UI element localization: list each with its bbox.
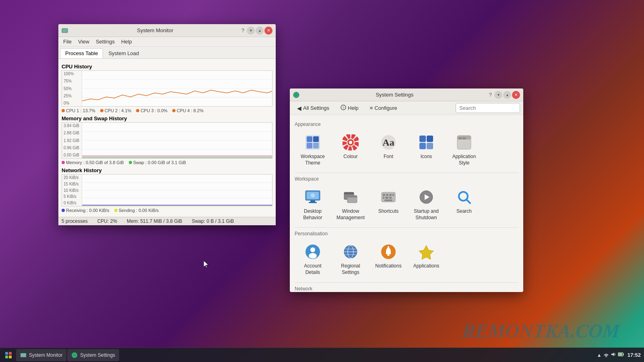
- settings-window-mgmt[interactable]: Window Management: [332, 184, 369, 224]
- tray-battery-icon: [618, 352, 624, 358]
- settings-minimize-btn[interactable]: ▾: [494, 91, 502, 99]
- network-section-title: Network: [295, 286, 518, 292]
- settings-apps[interactable]: Applications: [408, 239, 444, 279]
- sysmon-taskbar-icon: [20, 352, 27, 358]
- sysmon-maximize-btn[interactable]: ▴: [256, 27, 264, 35]
- help-toolbar-btn[interactable]: ? Help: [336, 103, 363, 113]
- sysmon-minimize-btn[interactable]: ▾: [247, 27, 255, 35]
- notif-icon: [379, 242, 398, 261]
- workspace-grid: Desktop Behavior Window Management: [295, 184, 518, 224]
- account-icon: [303, 242, 322, 261]
- svg-marker-92: [204, 261, 208, 268]
- colour-icon: [341, 133, 360, 152]
- watermark: REMONTKA.COM: [462, 320, 621, 342]
- cpu-graph: [82, 71, 272, 106]
- sysmon-taskbar-label: System Monitor: [29, 352, 62, 358]
- divider-3: [295, 282, 518, 283]
- notif-label: Notifications: [375, 263, 401, 269]
- settings-icons[interactable]: Icons: [408, 130, 444, 169]
- configure-icon: ≡: [370, 105, 373, 111]
- sysmon-app-icon: [62, 27, 68, 34]
- svg-rect-52: [389, 194, 392, 196]
- svg-point-64: [309, 253, 317, 259]
- search-label: Search: [456, 208, 472, 215]
- back-arrow-icon: ◀: [297, 105, 301, 111]
- settings-close-btn[interactable]: ✕: [512, 91, 520, 99]
- account-label: Account Details: [296, 263, 329, 276]
- settings-colour[interactable]: Colour: [332, 130, 369, 169]
- sysmon-content: CPU History 100% 75% 50% 25% 0%: [58, 59, 276, 217]
- sysmon-help-btn[interactable]: ?: [240, 27, 246, 33]
- menu-help[interactable]: Help: [118, 38, 135, 45]
- svg-rect-71: [387, 254, 390, 256]
- settings-search-input[interactable]: [456, 103, 520, 113]
- settings-workspace-theme[interactable]: Workspace Theme: [295, 130, 331, 169]
- sysmon-statusbar: 5 processes CPU: 2% Mem: 511.7 MiB / 3.8…: [58, 217, 276, 225]
- net-section-title: Network History: [62, 167, 272, 173]
- svg-point-44: [311, 193, 315, 197]
- sysmon-close-btn[interactable]: ✕: [264, 27, 272, 35]
- svg-text:?: ?: [343, 106, 345, 110]
- svg-point-18: [295, 94, 297, 96]
- settings-startup[interactable]: Startup and Shutdown: [408, 184, 444, 224]
- settings-help-btn[interactable]: ?: [487, 92, 493, 98]
- net-legend: Receiving : 0.00 KiB/s Sending : 0.00 Ki…: [62, 208, 272, 213]
- taskbar-left: System Monitor System Settings: [0, 349, 122, 361]
- start-button[interactable]: [2, 349, 14, 361]
- svg-rect-34: [427, 143, 433, 149]
- divider-2: [295, 227, 518, 228]
- divider-1: [295, 173, 518, 173]
- icons-label: Icons: [421, 154, 432, 160]
- mem-chart: 3.84 GiB 2.88 GiB 1.92 GiB 0.96 GiB 0.00…: [62, 122, 272, 158]
- personalisation-grid: Account Details Regional Settings: [295, 239, 518, 279]
- taskbar: System Monitor System Settings ▲: [0, 348, 644, 362]
- svg-rect-32: [427, 136, 433, 142]
- syssettings-taskbar-label: System Settings: [80, 352, 115, 358]
- icons-icon: [417, 133, 436, 152]
- settings-account[interactable]: Account Details: [295, 239, 331, 279]
- search-settings-icon: [454, 187, 474, 207]
- startup-label: Startup and Shutdown: [410, 208, 443, 221]
- back-btn[interactable]: ◀ All Settings: [293, 104, 333, 113]
- tab-process-table[interactable]: Process Table: [60, 48, 103, 58]
- svg-rect-80: [5, 352, 8, 355]
- settings-notif[interactable]: Notifications: [370, 239, 407, 279]
- svg-rect-56: [389, 197, 392, 199]
- svg-rect-81: [9, 352, 12, 355]
- settings-maximize-btn[interactable]: ▴: [503, 91, 511, 99]
- taskbar-app-sysmon[interactable]: System Monitor: [16, 349, 66, 361]
- desktop-label: Desktop Behavior: [296, 208, 329, 221]
- sysmon-tabs: Process Table System Load: [58, 47, 276, 59]
- taskbar-right: ▲ 17:52: [594, 352, 644, 358]
- svg-rect-33: [419, 143, 426, 149]
- settings-regional[interactable]: Regional Settings: [332, 239, 369, 279]
- settings-shortcuts[interactable]: Shortcuts: [370, 184, 407, 224]
- settings-appstyle[interactable]: Application Style: [446, 130, 482, 169]
- svg-rect-83: [9, 356, 12, 358]
- svg-rect-37: [458, 138, 462, 139]
- startup-icon: [417, 187, 436, 207]
- taskbar-app-syssettings[interactable]: System Settings: [67, 349, 119, 361]
- settings-desktop[interactable]: Desktop Behavior: [295, 184, 331, 224]
- svg-rect-24: [307, 143, 312, 148]
- configure-btn[interactable]: ≡ Configure: [366, 104, 401, 112]
- workspace-section-title: Workspace: [295, 176, 518, 182]
- sysmon-title: System Monitor: [70, 27, 240, 33]
- mem-chart-labels: 3.84 GiB 2.88 GiB 1.92 GiB 0.96 GiB 0.00…: [62, 123, 82, 158]
- tray-arrow-icon[interactable]: ▲: [597, 352, 602, 358]
- tab-system-load[interactable]: System Load: [103, 48, 144, 58]
- configure-label: Configure: [374, 105, 397, 111]
- help-icon: ?: [341, 105, 346, 111]
- apps-label: Applications: [413, 263, 440, 269]
- svg-line-61: [466, 200, 470, 203]
- menu-file[interactable]: File: [60, 38, 75, 45]
- back-label: All Settings: [303, 105, 329, 111]
- sysmon-window-controls: ? ▾ ▴ ✕: [240, 27, 272, 35]
- menu-view[interactable]: View: [75, 38, 93, 45]
- settings-font[interactable]: Aa Font: [370, 130, 407, 169]
- settings-search[interactable]: Search: [446, 184, 482, 224]
- svg-point-72: [388, 246, 389, 248]
- menu-settings[interactable]: Settings: [93, 38, 118, 45]
- taskbar-tray: ▲: [597, 352, 624, 358]
- settings-title: System Settings: [302, 92, 487, 98]
